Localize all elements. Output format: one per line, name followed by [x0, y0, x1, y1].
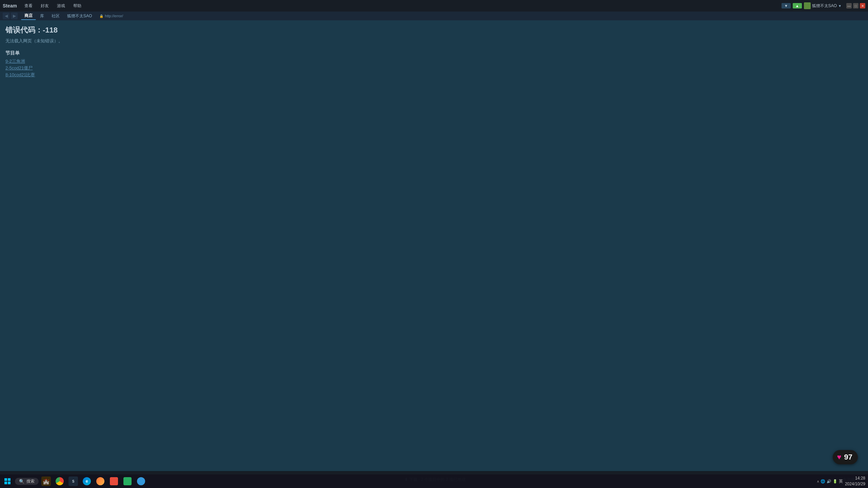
playlist-item-2[interactable]: 2-5cod21僵尸	[5, 65, 863, 71]
svg-rect-1	[8, 478, 11, 481]
forward-button[interactable]: ▶	[11, 13, 18, 19]
menu-help[interactable]: 帮助	[71, 2, 83, 9]
titlebar-right: ▼ ▲ 狐狸不太SAO ▼ — □ ✕	[782, 2, 865, 9]
back-button[interactable]: ◀	[3, 13, 9, 19]
tab-store[interactable]: 商店	[21, 12, 36, 20]
menu-view[interactable]: 查看	[22, 2, 35, 9]
taskbar-app-edge[interactable]: e	[81, 475, 93, 487]
taskbar-app-app1[interactable]	[108, 475, 120, 487]
taskbar-app-app2[interactable]	[121, 475, 134, 487]
tray-chevron[interactable]: ∧	[817, 480, 819, 483]
tray-speaker-icon: 🔊	[827, 479, 831, 484]
window-controls: — □ ✕	[846, 3, 865, 8]
taskbar-app-chrome[interactable]	[54, 475, 66, 487]
taskbar-right: ∧ 🌐 🔊 🔋 英 14:28 2024/10/29	[817, 475, 868, 487]
windows-taskbar: 🔍 搜索 🏰 S e ∧ 🌐 🔊	[0, 474, 868, 488]
clock-date: 2024/10/29	[845, 481, 865, 487]
lock-icon: 🔒	[99, 14, 103, 18]
tab-community[interactable]: 社区	[48, 13, 63, 20]
heart-icon: ♥	[837, 453, 841, 462]
playlist-item-1[interactable]: 9-2三角洲	[5, 58, 863, 64]
clock-time: 14:28	[845, 475, 865, 481]
error-description: 无法载入网页（未知错误）。	[5, 38, 863, 44]
taskbar-left: 🔍 搜索 🏰 S e	[0, 475, 147, 487]
svg-rect-2	[4, 482, 7, 484]
svg-rect-0	[4, 478, 7, 481]
taskbar-app-steam[interactable]: S	[67, 475, 79, 487]
close-button[interactable]: ✕	[860, 3, 865, 8]
taskbar-search[interactable]: 🔍 搜索	[15, 478, 39, 485]
section-title: 节目单	[5, 50, 863, 56]
lang-indicator: 英	[839, 479, 843, 484]
nav-tabs: 商店 库 社区 狐狸不太SAO	[21, 12, 95, 20]
svg-rect-3	[8, 482, 11, 484]
main-content: 错误代码：-118 无法载入网页（未知错误）。 节目单 9-2三角洲 2-5co…	[0, 20, 868, 471]
nav-bar: ◀ ▶ 商店 库 社区 狐狸不太SAO 🔒 http://error/	[0, 12, 868, 20]
minimize-button[interactable]: —	[846, 3, 852, 8]
search-icon: 🔍	[19, 479, 24, 484]
system-tray: ∧ 🌐 🔊 🔋 英	[817, 479, 843, 484]
tab-library[interactable]: 库	[37, 13, 47, 20]
heart-count: 97	[844, 453, 852, 462]
steam-icon: S	[68, 476, 78, 486]
search-label: 搜索	[26, 479, 35, 484]
tray-button-1[interactable]: ▼	[782, 3, 791, 8]
user-avatar	[804, 2, 811, 9]
tray-button-2[interactable]: ▲	[793, 3, 802, 8]
tab-user[interactable]: 狐狸不太SAO	[64, 13, 95, 20]
menu-friends[interactable]: 好友	[39, 2, 51, 9]
address-bar: 🔒 http://error/	[99, 14, 123, 18]
titlebar-left: Steam 查看 好友 游戏 帮助	[3, 2, 83, 9]
playlist-item-3[interactable]: 8-10cod21比赛	[5, 72, 863, 78]
user-name: 狐狸不太SAO	[812, 3, 837, 9]
taskbar-app-game[interactable]: 🏰	[40, 475, 52, 487]
taskbar-app-firefox[interactable]	[94, 475, 106, 487]
heart-badge: ♥ 97	[833, 450, 858, 464]
tray-battery-icon: 🔋	[833, 479, 837, 484]
menu-games[interactable]: 游戏	[55, 2, 67, 9]
clock: 14:28 2024/10/29	[845, 475, 865, 487]
error-code: 错误代码：-118	[5, 25, 863, 35]
taskbar-app-app3[interactable]	[135, 475, 147, 487]
address-text: http://error/	[105, 14, 123, 18]
start-button[interactable]	[1, 475, 14, 487]
maximize-button[interactable]: □	[853, 3, 859, 8]
title-bar: Steam 查看 好友 游戏 帮助 ▼ ▲ 狐狸不太SAO ▼ — □ ✕	[0, 0, 868, 12]
user-info: 狐狸不太SAO ▼	[804, 2, 842, 9]
tray-network-icon: 🌐	[821, 479, 825, 484]
user-dropdown-icon[interactable]: ▼	[838, 4, 842, 8]
steam-logo: Steam	[3, 3, 17, 8]
